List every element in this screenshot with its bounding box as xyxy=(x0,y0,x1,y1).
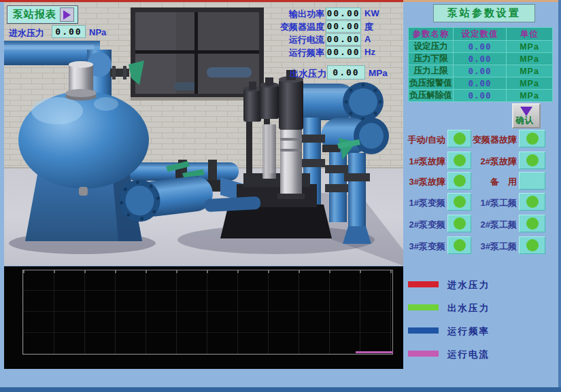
param-name: 压力下限 xyxy=(409,53,454,65)
table-row: 设定压力 0.00 MPa xyxy=(409,41,553,53)
param-value[interactable]: 0.00 xyxy=(454,90,507,102)
lamp-icon xyxy=(526,154,539,166)
param-value[interactable]: 0.00 xyxy=(454,53,507,65)
lamp-icon xyxy=(526,132,539,145)
indicator-label: 2#泵工频 xyxy=(471,219,517,231)
settings-table: 参数名称 设定数值 单位 设定压力 0.00 MPa 压力下限 0.00 MPa… xyxy=(408,27,553,102)
trend-plot-area xyxy=(22,270,393,355)
hmi-pump-station-screen: 泵站报表 进水压力 0.00 NPa 输出功率 00.00 KW 变频器温度 0… xyxy=(0,0,561,392)
manual-auto-lamp[interactable] xyxy=(447,130,471,147)
param-name: 压力上限 xyxy=(409,65,454,77)
field-value: 00.00 xyxy=(326,20,361,33)
pump3-fault-lamp[interactable] xyxy=(447,172,471,190)
indicator-label: 1#泵变频 xyxy=(402,197,445,209)
pump3-mains-lamp[interactable] xyxy=(519,236,545,254)
field-value: 00.00 xyxy=(326,7,361,20)
inverter-fault-lamp[interactable] xyxy=(519,130,545,147)
field-unit: Hz xyxy=(364,47,375,57)
indicator-label: 1#泵故障 xyxy=(402,156,445,168)
indicator-label: 3#泵变频 xyxy=(402,240,445,253)
legend-label: 运行频率 xyxy=(447,325,490,338)
param-name: 设定压力 xyxy=(409,41,454,53)
pump1-fault-lamp[interactable] xyxy=(447,152,471,169)
field-inverter-temp: 变频器温度 00.00 度 xyxy=(269,20,394,33)
field-unit: 度 xyxy=(364,21,373,33)
pump1-vfd-lamp[interactable] xyxy=(447,193,471,211)
table-row: 负压报警值 0.00 MPa xyxy=(409,77,553,90)
lamp-icon xyxy=(526,217,539,230)
lamp-icon xyxy=(454,217,466,230)
field-label: 输出功率 xyxy=(269,8,324,20)
pump2-mains-lamp[interactable] xyxy=(519,215,545,232)
outlet-pressure-unit: MPa xyxy=(369,68,388,78)
indicator-label: 手动/自动 xyxy=(402,134,445,146)
indicator-label: 变频器故障 xyxy=(471,134,517,146)
legend-label: 进水压力 xyxy=(447,279,490,291)
table-row: 压力上限 0.00 MPa xyxy=(409,65,553,77)
field-label: 运行频率 xyxy=(269,47,324,59)
table-row: 负压解除值 0.00 MPa xyxy=(409,90,553,102)
indicator-row: 3#泵故障 备 用 xyxy=(402,172,558,190)
lamp-icon xyxy=(454,239,466,251)
indicator-row: 3#泵变频 3#泵工频 xyxy=(402,236,558,254)
pump3-vfd-lamp[interactable] xyxy=(447,236,471,254)
pump2-fault-lamp[interactable] xyxy=(519,152,545,169)
settings-panel-title: 泵站参数设置 xyxy=(433,4,535,22)
field-label: 运行电流 xyxy=(269,34,324,46)
confirm-button-label: 确认 xyxy=(515,115,534,126)
inlet-pressure-unit: NPa xyxy=(89,27,106,37)
param-value[interactable]: 0.00 xyxy=(454,65,507,77)
legend-label: 出水压力 xyxy=(447,302,490,315)
param-unit: MPa xyxy=(507,65,553,77)
legend-swatch-outlet xyxy=(408,304,439,310)
field-value: 00.00 xyxy=(326,33,361,46)
param-unit: MPa xyxy=(507,90,553,102)
field-label: 变频器温度 xyxy=(269,21,324,33)
lamp-icon xyxy=(454,196,466,208)
field-unit: A xyxy=(364,34,371,44)
table-row: 压力下限 0.00 MPa xyxy=(409,53,553,65)
indicator-row: 手动/自动 变频器故障 xyxy=(402,130,558,147)
legend-label: 运行电流 xyxy=(447,349,490,361)
col-param-name: 参数名称 xyxy=(409,28,454,41)
trend-chart xyxy=(4,266,403,369)
indicator-row: 2#泵变频 2#泵工频 xyxy=(402,215,558,232)
run-current-trace xyxy=(356,351,393,353)
lamp-icon xyxy=(526,239,539,251)
param-name: 负压报警值 xyxy=(409,77,454,90)
legend-swatch-frequency xyxy=(408,327,439,334)
axis-ticks xyxy=(23,270,392,273)
indicator-label: 备 用 xyxy=(471,176,517,188)
param-unit: MPa xyxy=(507,41,553,53)
legend-swatch-inlet xyxy=(408,281,439,287)
col-unit: 单位 xyxy=(507,28,553,41)
settings-header-row: 参数名称 设定数值 单位 xyxy=(409,28,553,41)
pump2-vfd-lamp[interactable] xyxy=(447,215,471,232)
indicator-label: 2#泵变频 xyxy=(402,219,445,231)
lamp-icon xyxy=(454,154,466,166)
legend-swatch-current xyxy=(408,351,439,357)
pump1-mains-lamp[interactable] xyxy=(519,193,545,211)
confirm-button[interactable]: 确认 xyxy=(512,103,541,128)
indicator-label: 3#泵故障 xyxy=(402,176,445,188)
report-button[interactable]: 泵站报表 xyxy=(7,5,78,24)
lamp-icon xyxy=(526,196,539,208)
lamp-icon xyxy=(454,132,466,145)
play-icon[interactable] xyxy=(60,7,74,22)
bottom-border xyxy=(0,387,561,392)
param-value[interactable]: 0.00 xyxy=(454,41,507,53)
indicator-row: 1#泵故障 2#泵故障 xyxy=(402,152,558,169)
param-unit: MPa xyxy=(507,53,553,65)
field-run-current: 运行电流 00.00 A xyxy=(269,33,394,46)
col-set-value: 设定数值 xyxy=(454,28,507,41)
spare-lamp[interactable] xyxy=(519,172,545,190)
param-value[interactable]: 0.00 xyxy=(454,77,507,90)
inlet-pressure-value: 0.00 xyxy=(52,25,86,38)
inlet-pressure-label: 进水压力 xyxy=(9,27,44,39)
param-name: 负压解除值 xyxy=(409,90,454,102)
indicator-row: 1#泵变频 1#泵工频 xyxy=(402,193,558,211)
field-output-power: 输出功率 00.00 KW xyxy=(269,7,394,20)
indicator-label: 2#泵故障 xyxy=(471,156,517,168)
field-run-frequency: 运行频率 00.00 Hz xyxy=(269,46,394,59)
outlet-pressure-label: 出水压力 xyxy=(290,68,326,80)
